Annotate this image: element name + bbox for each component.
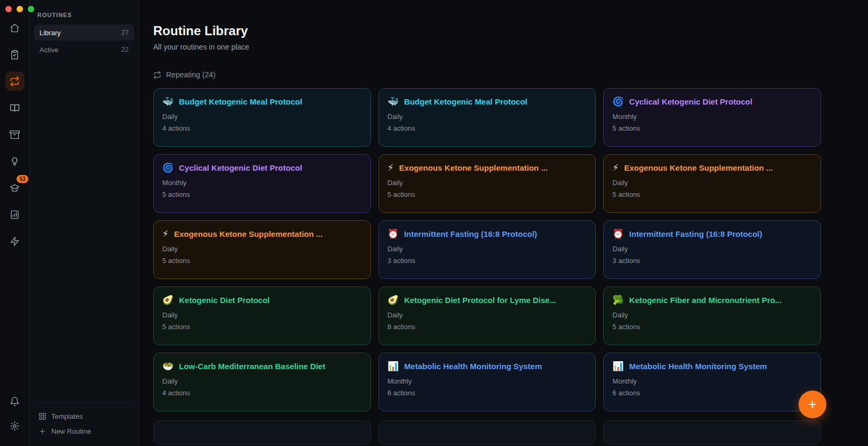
routine-title: Intermittent Fasting (16:8 Protocol) — [629, 229, 762, 238]
routine-emoji: 🌀 — [162, 162, 173, 173]
routine-card-header: 🥑 Ketogenic Diet Protocol — [162, 294, 362, 306]
routine-emoji: 🥑 — [388, 294, 399, 306]
routine-schedule: Daily — [612, 245, 812, 253]
nav-tasks-button[interactable] — [5, 45, 25, 64]
routine-actions-count: 5 actions — [612, 190, 812, 198]
routine-title: Ketogenic Diet Protocol for Lyme Dise... — [404, 296, 556, 305]
routine-card[interactable]: ⚡ Exogenous Ketone Supplementation ... D… — [153, 220, 371, 279]
routine-emoji: 🥗 — [162, 361, 173, 372]
sidebar-title: ROUTINES — [34, 0, 134, 25]
routine-title: Exogenous Ketone Supplementation ... — [399, 163, 548, 172]
routine-actions-count: 5 actions — [162, 323, 362, 331]
routine-actions-count: 5 actions — [612, 124, 812, 132]
routine-card[interactable]: 📊 Metabolic Health Monitoring System Mon… — [603, 353, 821, 411]
sidebar-item-label: Library — [40, 29, 61, 37]
app-window: 53 ROUTINES Library 27 Active 22 — [0, 0, 868, 446]
bell-icon — [10, 396, 20, 407]
main-content: Routine Library All your routines in one… — [139, 0, 868, 446]
routine-card-header: ⚡ Exogenous Ketone Supplementation ... — [612, 162, 812, 173]
routine-actions-count: 5 actions — [612, 323, 812, 331]
nav-home-button[interactable] — [5, 18, 25, 37]
learning-badge: 53 — [17, 175, 28, 183]
home-icon — [10, 23, 20, 33]
routine-actions-count: 4 actions — [162, 389, 362, 397]
routine-emoji: 📊 — [612, 361, 624, 372]
templates-label: Templates — [51, 412, 83, 420]
routine-card[interactable]: 🥑 Ketogenic Diet Protocol Daily 5 action… — [153, 286, 371, 345]
nav-routines-button[interactable] — [5, 71, 25, 91]
routine-actions-count: 5 actions — [162, 190, 362, 198]
routine-card[interactable]: 🌀 Cyclical Ketogenic Diet Protocol Month… — [603, 88, 821, 147]
routine-emoji: 🐳 — [162, 96, 173, 107]
minimize-window-button[interactable] — [17, 6, 23, 12]
nav-reports-button[interactable] — [5, 205, 25, 224]
routine-card[interactable]: 🥗 Low-Carb Mediterranean Baseline Diet D… — [153, 353, 371, 411]
sidebar-item-count: 22 — [121, 46, 129, 53]
routine-card-header: 🌀 Cyclical Ketogenic Diet Protocol — [612, 96, 812, 107]
routine-schedule: Monthly — [388, 377, 587, 385]
routine-card[interactable]: ⏰ Intermittent Fasting (16:8 Protocol) D… — [603, 220, 821, 279]
settings-button[interactable] — [5, 416, 25, 435]
page-subtitle: All your routines in one place — [153, 43, 821, 51]
sidebar-footer: Templates New Routine — [34, 403, 134, 446]
routine-card[interactable]: 📊 Metabolic Health Monitoring System Mon… — [378, 353, 596, 411]
routine-emoji: 🌀 — [612, 96, 624, 107]
routine-schedule: Daily — [162, 113, 362, 121]
nav-archive-button[interactable] — [5, 125, 25, 144]
routine-card-header: 🥦 Ketogenic Fiber and Micronutrient Pro.… — [612, 294, 812, 306]
templates-icon — [38, 412, 46, 420]
page-title: Routine Library — [153, 23, 821, 38]
routine-schedule: Daily — [388, 179, 587, 187]
routine-title: Ketogenic Fiber and Micronutrient Pro... — [629, 296, 782, 305]
routine-emoji: 🥦 — [612, 294, 624, 306]
routine-card-partial[interactable] — [153, 420, 371, 445]
notifications-button[interactable] — [5, 392, 25, 411]
routine-title: Ketogenic Diet Protocol — [179, 296, 270, 305]
book-icon — [10, 103, 20, 113]
sidebar-item-active[interactable]: Active 22 — [34, 42, 134, 58]
routine-title: Metabolic Health Monitoring System — [629, 362, 767, 371]
routine-actions-count: 5 actions — [162, 257, 362, 265]
routine-card[interactable]: 🌀 Cyclical Ketogenic Diet Protocol Month… — [153, 154, 371, 213]
routine-emoji: 🥑 — [162, 294, 173, 306]
routine-card-partial[interactable] — [378, 420, 596, 445]
routine-emoji: 🐳 — [388, 96, 399, 107]
routine-card-header: 🐳 Budget Ketogenic Meal Protocol — [388, 96, 587, 107]
new-routine-label: New Routine — [51, 427, 91, 435]
routine-title: Budget Ketogenic Meal Protocol — [404, 97, 527, 106]
routine-card-header: 🐳 Budget Ketogenic Meal Protocol — [162, 96, 362, 107]
graduation-cap-icon — [10, 183, 20, 193]
routine-grid-partial-row — [153, 420, 821, 445]
routine-card[interactable]: 🥑 Ketogenic Diet Protocol for Lyme Dise.… — [378, 286, 596, 345]
routine-card-header: 📊 Metabolic Health Monitoring System — [388, 361, 587, 372]
routine-card[interactable]: ⚡ Exogenous Ketone Supplementation ... D… — [378, 154, 596, 213]
nav-automations-button[interactable] — [5, 232, 25, 251]
routine-schedule: Daily — [612, 311, 812, 319]
routine-card[interactable]: ⏰ Intermittent Fasting (16:8 Protocol) D… — [378, 220, 596, 279]
nav-book-button[interactable] — [5, 98, 25, 117]
close-window-button[interactable] — [5, 6, 12, 12]
nav-learning-button[interactable]: 53 — [5, 178, 25, 197]
zoom-window-button[interactable] — [28, 6, 34, 12]
templates-button[interactable]: Templates — [35, 409, 133, 424]
new-routine-button[interactable]: New Routine — [35, 424, 133, 439]
sidebar-item-library[interactable]: Library 27 — [34, 25, 134, 41]
routine-actions-count: 6 actions — [388, 389, 587, 397]
routine-grid: 🐳 Budget Ketogenic Meal Protocol Daily 4… — [153, 88, 821, 411]
routine-actions-count: 4 actions — [388, 124, 587, 132]
add-routine-fab[interactable]: + — [799, 391, 826, 418]
routine-card[interactable]: ⚡ Exogenous Ketone Supplementation ... D… — [603, 154, 821, 213]
routines-repeat-icon — [10, 76, 20, 86]
routine-emoji: 📊 — [388, 361, 399, 372]
nav-ideas-button[interactable] — [5, 152, 25, 171]
routine-card-header: 🥗 Low-Carb Mediterranean Baseline Diet — [162, 361, 362, 372]
routine-actions-count: 3 actions — [612, 257, 812, 265]
routine-card-partial[interactable] — [603, 420, 821, 445]
routine-emoji: ⚡ — [162, 228, 169, 240]
routine-card[interactable]: 🐳 Budget Ketogenic Meal Protocol Daily 4… — [378, 88, 596, 147]
routine-schedule: Monthly — [612, 377, 812, 385]
routine-title: Low-Carb Mediterranean Baseline Diet — [179, 362, 325, 371]
routine-card[interactable]: 🐳 Budget Ketogenic Meal Protocol Daily 4… — [153, 88, 371, 147]
routine-card[interactable]: 🥦 Ketogenic Fiber and Micronutrient Pro.… — [603, 286, 821, 345]
routine-title: Exogenous Ketone Supplementation ... — [624, 163, 772, 172]
